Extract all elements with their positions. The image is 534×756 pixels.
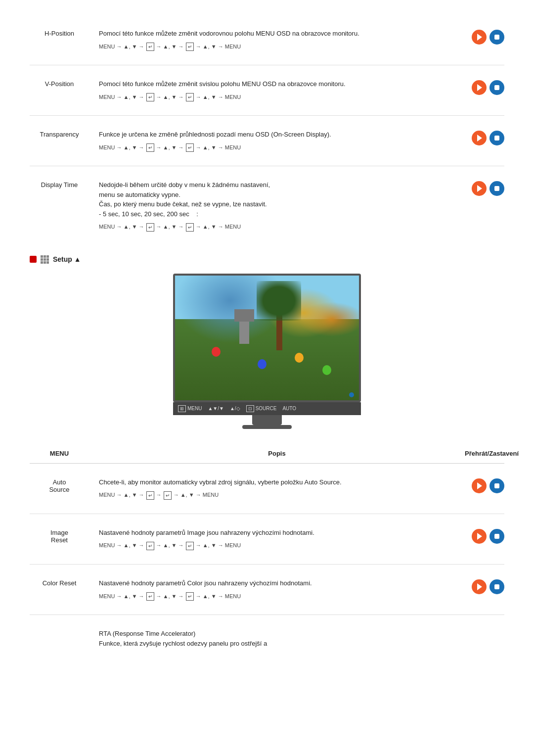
transparency-row: Transparency Funkce je určena ke změně p… xyxy=(30,121,504,161)
setup-header: Setup ▲ xyxy=(30,255,504,264)
display-time-row: Display Time Nedojde-li během určité dob… xyxy=(30,171,504,240)
v-position-path: MENU → ▲, ▼ → ↵ → ▲, ▼ → ↵ → ▲, ▼ → MENU xyxy=(99,93,462,102)
enter-icon14: ↵ xyxy=(186,592,194,601)
auto-label: AUTO xyxy=(282,406,296,411)
divider2 xyxy=(30,115,504,116)
color-reset-play-button[interactable] xyxy=(472,579,487,594)
h-position-row: H-Position Pomocí této funkce můžete změ… xyxy=(30,20,504,60)
enter-icon11: ↵ xyxy=(146,542,154,550)
image-reset-label: ImageReset xyxy=(30,528,89,544)
v-position-play-button[interactable] xyxy=(472,80,487,95)
balloon-red xyxy=(212,347,221,357)
v-position-actions xyxy=(472,79,504,95)
divider4 xyxy=(30,514,504,514)
color-reset-desc: Nastavené hodnoty parametrů Color jsou n… xyxy=(99,578,462,588)
setup-section: AutoSource Chcete-li, aby monitor automa… xyxy=(30,469,504,648)
enter-icon2: ↵ xyxy=(186,43,194,51)
rta-section: RTA (Response Time Accelerator) Funkce, … xyxy=(30,620,504,648)
arrows-label: ▲▼/▼ xyxy=(208,406,223,411)
color-reset-path: MENU → ▲, ▼ → ↵ → ▲, ▼ → ↵ → ▲, ▼ → MENU xyxy=(99,592,462,601)
brightness-label: ▲/◇ xyxy=(230,406,240,411)
divider1 xyxy=(30,65,504,65)
ctrl-menu: ⊞ MENU xyxy=(178,405,202,412)
monitor-base: ⊞ MENU ▲▼/▼ ▲/◇ ⊡ SOURCE AUTO xyxy=(173,402,361,415)
auto-source-stop-button[interactable] xyxy=(490,478,504,493)
enter-icon8: ↵ xyxy=(186,223,194,232)
enter-icon9: ↵ xyxy=(146,491,154,500)
color-reset-label: Color Reset xyxy=(30,578,89,587)
enter-icon6: ↵ xyxy=(186,143,194,152)
color-reset-actions xyxy=(472,578,504,594)
h-position-play-button[interactable] xyxy=(472,30,487,45)
h-position-stop-button[interactable] xyxy=(490,30,504,45)
transparency-content: Funkce je určena ke změně průhlednosti p… xyxy=(99,130,462,152)
image-reset-desc: Nastavené hodnoty parametrů Image jsou n… xyxy=(99,528,462,538)
setup-red-icon xyxy=(30,256,37,263)
table-header-desc: Popis xyxy=(99,450,455,457)
transparency-play-button[interactable] xyxy=(472,131,487,145)
auto-source-actions xyxy=(472,477,504,493)
ctrl-arrows: ▲▼/▼ xyxy=(208,406,223,411)
image-reset-actions xyxy=(472,528,504,544)
transparency-label: Transparency xyxy=(30,130,89,138)
h-position-actions xyxy=(472,29,504,45)
monitor-dot xyxy=(349,392,354,397)
rta-title: RTA (Response Time Accelerator) xyxy=(99,629,504,639)
menu-key-label: MENU xyxy=(187,406,202,411)
table-header-action: Přehrát/Zastavení xyxy=(465,450,504,457)
color-reset-stop-button[interactable] xyxy=(490,579,504,594)
auto-source-desc: Chcete-li, aby monitor automaticky vybra… xyxy=(99,477,462,487)
menu-key-icon: ⊞ xyxy=(178,405,186,412)
monitor-container: ⊞ MENU ▲▼/▼ ▲/◇ ⊡ SOURCE AUTO xyxy=(30,274,504,429)
pagoda xyxy=(239,319,249,344)
monitor-controls: ⊞ MENU ▲▼/▼ ▲/◇ ⊡ SOURCE AUTO xyxy=(178,405,296,412)
divider3 xyxy=(30,166,504,166)
h-position-content: Pomocí této funkce můžete změnit vodorov… xyxy=(99,29,462,51)
setup-label: Setup ▲ xyxy=(53,255,81,263)
auto-source-path: MENU → ▲, ▼ → ↵ → ↵ → ▲, ▼ → MENU xyxy=(99,491,462,500)
auto-source-content: Chcete-li, aby monitor automaticky vybra… xyxy=(99,477,462,500)
transparency-path: MENU → ▲, ▼ → ↵ → ▲, ▼ → ↵ → ▲, ▼ → MENU xyxy=(99,143,462,152)
display-time-path: MENU → ▲, ▼ → ↵ → ▲, ▼ → ↵ → ▲, ▼ → MENU xyxy=(99,223,462,232)
balloon-orange xyxy=(295,353,304,363)
enter-icon5: ↵ xyxy=(146,143,154,152)
color-reset-content: Nastavené hodnoty parametrů Color jsou n… xyxy=(99,578,462,601)
color-reset-row: Color Reset Nastavené hodnoty parametrů … xyxy=(30,569,504,610)
image-reset-stop-button[interactable] xyxy=(490,529,504,544)
source-label: SOURCE xyxy=(256,406,277,411)
h-position-path: MENU → ▲, ▼ → ↵ → ▲, ▼ → ↵ → ▲, ▼ → MENU xyxy=(99,43,462,51)
enter-icon13: ↵ xyxy=(146,592,154,601)
enter-icon7: ↵ xyxy=(146,223,154,232)
ctrl-source: ⊡ SOURCE xyxy=(246,405,277,412)
osd-section: H-Position Pomocí této funkce můžete změ… xyxy=(30,20,504,240)
auto-source-label: AutoSource xyxy=(30,477,89,493)
monitor-frame: ⊞ MENU ▲▼/▼ ▲/◇ ⊡ SOURCE AUTO xyxy=(173,274,361,429)
display-time-desc: Nedojde-li během určité doby v menu k žá… xyxy=(99,180,462,219)
garden-tree xyxy=(276,311,282,350)
v-position-stop-button[interactable] xyxy=(490,80,504,95)
auto-source-play-button[interactable] xyxy=(472,478,487,493)
divider6 xyxy=(30,614,504,615)
display-time-play-button[interactable] xyxy=(472,181,487,196)
image-reset-row: ImageReset Nastavené hodnoty parametrů I… xyxy=(30,519,504,559)
transparency-stop-button[interactable] xyxy=(490,131,504,145)
display-time-stop-button[interactable] xyxy=(490,181,504,196)
image-reset-content: Nastavené hodnoty parametrů Image jsou n… xyxy=(99,528,462,550)
h-position-label: H-Position xyxy=(30,29,89,37)
enter-icon12: ↵ xyxy=(186,542,194,550)
v-position-content: Pomocí této funkce můžete změnit svislou… xyxy=(99,79,462,101)
rta-desc: Funkce, která zvyšuje rychlost odezvy pa… xyxy=(99,639,504,649)
enter-icon3: ↵ xyxy=(146,93,154,101)
divider5 xyxy=(30,564,504,565)
enter-icon4: ↵ xyxy=(186,93,194,101)
ctrl-brightness: ▲/◇ xyxy=(230,406,240,411)
display-time-label: Display Time xyxy=(30,180,89,189)
v-position-label: V-Position xyxy=(30,79,89,88)
auto-source-row: AutoSource Chcete-li, aby monitor automa… xyxy=(30,469,504,509)
ctrl-auto: AUTO xyxy=(282,406,296,411)
setup-grid-icon xyxy=(41,255,49,264)
image-reset-path: MENU → ▲, ▼ → ↵ → ▲, ▼ → ↵ → ▲, ▼ → MENU xyxy=(99,541,462,550)
transparency-actions xyxy=(472,130,504,145)
enter-icon10: ↵ xyxy=(164,491,172,500)
image-reset-play-button[interactable] xyxy=(472,529,487,544)
